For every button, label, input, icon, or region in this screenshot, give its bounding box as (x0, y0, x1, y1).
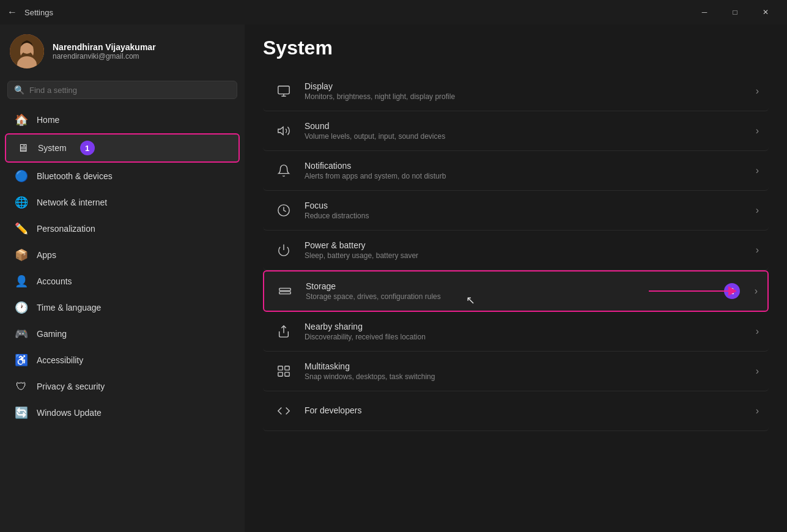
sidebar-item-label: Personalization (37, 224, 95, 234)
focus-icon (273, 199, 295, 221)
sidebar-item-home[interactable]: 🏠Home (5, 107, 240, 133)
power-icon (273, 239, 295, 261)
sidebar-item-label: Apps (37, 250, 56, 260)
setting-text-sound: SoundVolume levels, output, input, sound… (305, 121, 746, 141)
profile-info: Narendhiran Vijayakumar narendiranviki@g… (53, 42, 156, 61)
svg-rect-11 (279, 292, 290, 294)
setting-name-multitasking: Multitasking (305, 361, 746, 371)
arrow-line (649, 290, 728, 292)
sidebar-item-windows-update[interactable]: 🔄Windows Update (5, 400, 240, 426)
setting-name-notifications: Notifications (305, 161, 746, 171)
profile-name: Narendhiran Vijayakumar (53, 42, 156, 52)
sidebar-item-label: Privacy & security (37, 382, 105, 391)
search-box[interactable]: 🔍 (7, 81, 237, 99)
chevron-icon: › (756, 245, 759, 256)
setting-text-developers: For developers (305, 405, 746, 416)
window-controls: ─ □ ✕ (690, 2, 780, 22)
multitasking-icon (273, 360, 295, 382)
setting-nearby-sharing[interactable]: Nearby sharingDiscoverability, received … (263, 312, 769, 352)
setting-desc-multitasking: Snap windows, desktops, task switching (305, 372, 746, 381)
sidebar-item-label: Accessibility (37, 355, 83, 365)
svg-rect-10 (279, 288, 290, 290)
sidebar-item-bluetooth[interactable]: 🔵Bluetooth & devices (5, 163, 240, 189)
sidebar-item-label: Accounts (37, 276, 72, 286)
arrow-annotation (649, 286, 737, 296)
svg-rect-4 (278, 86, 289, 94)
app-title: Settings (24, 8, 53, 17)
developers-icon (273, 400, 295, 422)
content-area: System DisplayMonitors, brightness, nigh… (245, 24, 787, 532)
main-layout: Narendhiran Vijayakumar narendiranviki@g… (0, 24, 787, 532)
profile-section[interactable]: Narendhiran Vijayakumar narendiranviki@g… (0, 24, 245, 81)
search-icon: 🔍 (14, 85, 24, 95)
sidebar-nav: 🏠Home🖥System1🔵Bluetooth & devices🌐Networ… (0, 106, 245, 426)
sidebar-item-label: Bluetooth & devices (37, 171, 113, 181)
svg-rect-17 (278, 372, 283, 376)
setting-text-focus: FocusReduce distractions (305, 201, 746, 220)
setting-desc-power: Sleep, battery usage, battery saver (305, 251, 746, 260)
setting-multitasking[interactable]: MultitaskingSnap windows, desktops, task… (263, 352, 769, 391)
sidebar-item-label: Gaming (37, 329, 67, 339)
sidebar-item-system[interactable]: 🖥System1 (5, 133, 240, 163)
setting-sound[interactable]: SoundVolume levels, output, input, sound… (263, 111, 769, 151)
setting-name-display: Display (305, 81, 746, 91)
sidebar-item-label: Time & language (37, 303, 101, 312)
sidebar: Narendhiran Vijayakumar narendiranviki@g… (0, 24, 245, 532)
sidebar-item-accounts[interactable]: 👤Accounts (5, 268, 240, 294)
sound-icon (273, 120, 295, 142)
settings-list: DisplayMonitors, brightness, night light… (263, 72, 769, 431)
setting-developers[interactable]: For developers› (263, 391, 769, 431)
chevron-icon: › (756, 405, 759, 416)
setting-display[interactable]: DisplayMonitors, brightness, night light… (263, 72, 769, 111)
sidebar-item-time[interactable]: 🕐Time & language (5, 295, 240, 320)
close-button[interactable]: ✕ (752, 2, 780, 22)
nearby-sharing-icon (273, 320, 295, 342)
sidebar-item-label: Home (37, 115, 59, 125)
time-icon: 🕐 (15, 301, 28, 314)
accessibility-icon: ♿ (15, 353, 28, 367)
bluetooth-icon: 🔵 (15, 169, 28, 183)
setting-power[interactable]: Power & batterySleep, battery usage, bat… (263, 231, 769, 270)
sidebar-item-network[interactable]: 🌐Network & internet (5, 190, 240, 215)
maximize-button[interactable]: □ (721, 2, 749, 22)
sidebar-item-label: Windows Update (37, 408, 102, 418)
setting-name-sound: Sound (305, 121, 746, 131)
setting-name-power: Power & battery (305, 240, 746, 250)
setting-notifications[interactable]: NotificationsAlerts from apps and system… (263, 151, 769, 191)
sidebar-item-accessibility[interactable]: ♿Accessibility (5, 347, 240, 373)
svg-marker-7 (278, 127, 283, 135)
display-icon (273, 80, 295, 102)
svg-rect-15 (278, 366, 283, 370)
chevron-icon: › (756, 205, 759, 216)
setting-desc-sound: Volume levels, output, input, sound devi… (305, 132, 746, 141)
setting-name-nearby-sharing: Nearby sharing (305, 322, 746, 331)
notifications-icon (273, 160, 295, 182)
setting-text-notifications: NotificationsAlerts from apps and system… (305, 161, 746, 180)
page-title: System (263, 37, 769, 59)
setting-desc-nearby-sharing: Discoverability, received files location (305, 333, 746, 341)
search-input[interactable] (29, 86, 231, 95)
accounts-icon: 👤 (15, 275, 28, 288)
setting-text-display: DisplayMonitors, brightness, night light… (305, 81, 746, 101)
setting-focus[interactable]: FocusReduce distractions› (263, 191, 769, 231)
arrow-head (728, 286, 737, 296)
network-icon: 🌐 (15, 196, 28, 209)
setting-storage[interactable]: StorageStorage space, drives, configurat… (263, 270, 769, 312)
setting-text-nearby-sharing: Nearby sharingDiscoverability, received … (305, 322, 746, 341)
setting-name-focus: Focus (305, 201, 746, 210)
chevron-icon: › (756, 165, 759, 176)
back-button[interactable]: ← (7, 7, 17, 18)
sidebar-item-personalization[interactable]: ✏️Personalization (5, 216, 240, 242)
sidebar-item-apps[interactable]: 📦Apps (5, 242, 240, 268)
setting-text-power: Power & batterySleep, battery usage, bat… (305, 240, 746, 260)
windows-update-icon: 🔄 (15, 406, 28, 419)
setting-text-multitasking: MultitaskingSnap windows, desktops, task… (305, 361, 746, 381)
badge-system: 1 (80, 141, 95, 155)
minimize-button[interactable]: ─ (690, 2, 719, 22)
sidebar-item-gaming[interactable]: 🎮Gaming (5, 321, 240, 347)
storage-icon (274, 280, 296, 302)
sidebar-item-privacy[interactable]: 🛡Privacy & security (5, 374, 240, 399)
chevron-icon: › (756, 125, 759, 136)
chevron-icon: › (756, 366, 759, 377)
setting-desc-focus: Reduce distractions (305, 212, 746, 220)
